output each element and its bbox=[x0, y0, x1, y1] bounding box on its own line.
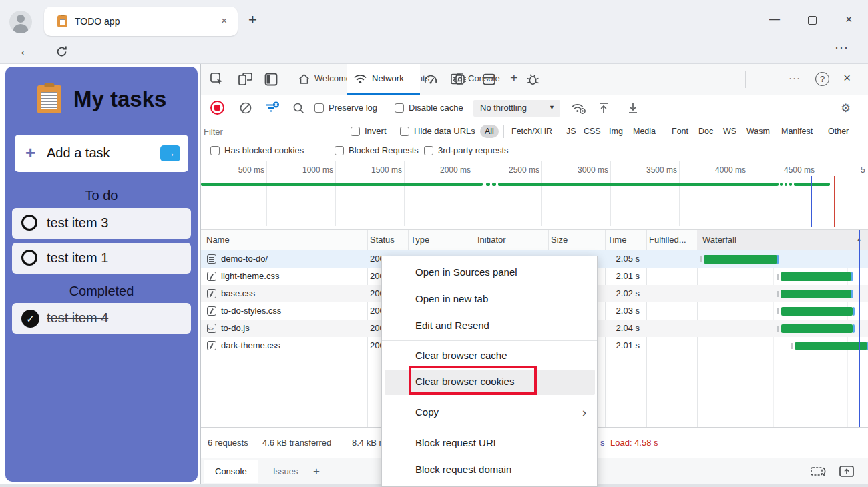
task-checkbox[interactable] bbox=[21, 250, 37, 266]
filter-button[interactable] bbox=[264, 101, 280, 115]
column-header-status[interactable]: Status bbox=[370, 235, 395, 245]
transferred-size: 4.6 kB transferred bbox=[262, 438, 331, 448]
record-network-log-button[interactable] bbox=[210, 101, 224, 115]
add-task-input[interactable]: + Add a task → bbox=[15, 135, 188, 172]
invert-checkbox[interactable] bbox=[351, 127, 360, 136]
screencast-icon[interactable] bbox=[810, 465, 827, 478]
window-minimize-button[interactable]: — bbox=[769, 13, 780, 25]
menu-item-edit-and-resend[interactable]: Edit and Resend bbox=[382, 312, 597, 339]
task-checkbox[interactable] bbox=[21, 215, 37, 231]
application-panel-icon[interactable] bbox=[482, 73, 496, 86]
devtools-close-button[interactable]: × bbox=[843, 71, 851, 85]
disable-cache-checkbox[interactable] bbox=[395, 103, 404, 113]
memory-chip-icon[interactable] bbox=[453, 72, 467, 87]
network-conditions-icon[interactable] bbox=[571, 101, 587, 115]
performance-gauge-icon[interactable] bbox=[423, 73, 438, 86]
dock-side-button[interactable] bbox=[264, 72, 278, 87]
drawer-add-tab-button[interactable]: + bbox=[302, 460, 331, 483]
inspect-element-button[interactable] bbox=[210, 72, 224, 87]
filter-pill[interactable]: Doc bbox=[694, 125, 718, 138]
menu-item-clear-browser-cache[interactable]: Clear browser cache bbox=[382, 342, 597, 369]
menu-item-copy[interactable]: Copy › bbox=[382, 399, 597, 426]
has-blocked-cookies-checkbox[interactable] bbox=[210, 146, 220, 155]
tab-network[interactable]: Network bbox=[347, 64, 420, 95]
preserve-log-checkbox[interactable] bbox=[314, 103, 324, 113]
window-close-button[interactable]: × bbox=[845, 13, 853, 27]
hide-data-urls-checkbox[interactable] bbox=[400, 127, 409, 136]
annotation-red-box bbox=[409, 366, 537, 395]
clear-network-log-button[interactable] bbox=[239, 101, 252, 115]
network-settings-gear-icon[interactable]: ⚙ bbox=[841, 101, 851, 115]
column-header-type[interactable]: Type bbox=[411, 235, 429, 245]
task-checked-icon[interactable]: ✓ bbox=[21, 310, 39, 328]
device-emulation-button[interactable] bbox=[238, 72, 253, 87]
window-maximize-button[interactable] bbox=[808, 16, 817, 25]
add-devtools-tab-button[interactable]: + bbox=[510, 71, 518, 86]
network-toolbar: Preserve log Disable cache No throttling… bbox=[201, 95, 868, 121]
expand-drawer-icon[interactable] bbox=[839, 464, 855, 478]
context-menu: Open in Sources panel Open in new tab Ed… bbox=[381, 256, 598, 487]
network-overview-timeline[interactable]: 500 ms 1000 ms 1500 ms 2000 ms 2500 ms 3… bbox=[201, 161, 868, 230]
bug-icon[interactable] bbox=[525, 72, 540, 87]
plus-icon: + bbox=[25, 143, 35, 163]
third-party-requests-checkbox[interactable] bbox=[424, 146, 433, 155]
column-header-waterfall[interactable]: Waterfall ▲ bbox=[697, 230, 868, 250]
devtools-more-menu-button[interactable]: ··· bbox=[789, 72, 801, 83]
browser-tab[interactable]: TODO app × bbox=[44, 7, 238, 36]
menu-item-block-request-domain[interactable]: Block request domain bbox=[382, 456, 597, 483]
back-button[interactable]: ← bbox=[19, 43, 33, 59]
waterfall-bar bbox=[704, 255, 777, 264]
network-filter-row: Invert Hide data URLs All Fetch/XHR JS C… bbox=[201, 121, 868, 141]
tab-close-icon[interactable]: × bbox=[221, 15, 227, 26]
drawer-tab-console[interactable]: Console bbox=[204, 460, 258, 483]
filter-pill[interactable]: WS bbox=[718, 125, 741, 138]
completed-section-heading: Completed bbox=[5, 284, 198, 299]
help-button[interactable]: ? bbox=[815, 72, 829, 86]
search-icon[interactable] bbox=[292, 102, 305, 115]
column-header-name[interactable]: Name bbox=[206, 235, 230, 245]
new-tab-button[interactable]: + bbox=[248, 11, 257, 29]
timeline-tick: 3000 ms bbox=[568, 165, 608, 175]
stylesheet-file-icon bbox=[207, 341, 216, 350]
menu-item-open-in-new-tab[interactable]: Open in new tab bbox=[382, 286, 597, 312]
filter-pill-all[interactable]: All bbox=[480, 125, 499, 138]
filter-pill[interactable]: Wasm bbox=[742, 125, 775, 138]
invert-label: Invert bbox=[365, 126, 387, 136]
requests-table-header: Name Status Type Initiator Size Time Ful… bbox=[201, 230, 868, 250]
filter-input[interactable] bbox=[204, 124, 345, 139]
column-header-fulfilled[interactable]: Fulfilled... bbox=[649, 235, 686, 245]
filter-pill[interactable]: Font bbox=[667, 125, 693, 138]
browser-more-menu-button[interactable]: ··· bbox=[835, 41, 849, 55]
timeline-tick: 2000 ms bbox=[431, 165, 471, 175]
refresh-button[interactable] bbox=[55, 45, 69, 59]
task-item[interactable]: test item 1 bbox=[12, 243, 191, 274]
filter-pill[interactable]: Media bbox=[628, 125, 660, 138]
home-icon bbox=[298, 73, 310, 85]
overview-activity-bar bbox=[201, 183, 483, 186]
column-header-time[interactable]: Time bbox=[608, 235, 626, 245]
column-header-size[interactable]: Size bbox=[551, 235, 568, 245]
todo-section-heading: To do bbox=[5, 188, 198, 203]
network-checkbox-row: Has blocked cookies Blocked Requests 3rd… bbox=[201, 141, 868, 161]
export-har-icon[interactable] bbox=[627, 101, 639, 115]
completed-task-item[interactable]: ✓ test item 4 bbox=[12, 303, 191, 334]
menu-item-block-request-url[interactable]: Block request URL bbox=[382, 430, 597, 456]
timeline-tick: 4500 ms bbox=[775, 165, 815, 175]
profile-avatar[interactable] bbox=[9, 11, 32, 33]
filter-pill[interactable]: Fetch/XHR bbox=[507, 125, 557, 138]
filter-pill[interactable]: Other bbox=[823, 125, 853, 138]
filter-pill[interactable]: Manifest bbox=[777, 125, 817, 138]
filter-pill[interactable]: CSS bbox=[579, 125, 606, 138]
add-task-submit-button[interactable]: → bbox=[160, 145, 180, 161]
filter-pill[interactable]: Img bbox=[604, 125, 628, 138]
column-header-initiator[interactable]: Initiator bbox=[477, 235, 506, 245]
task-item[interactable]: test item 3 bbox=[12, 208, 191, 239]
timeline-tick: 4000 ms bbox=[706, 165, 746, 175]
menu-item-open-in-sources[interactable]: Open in Sources panel bbox=[382, 259, 597, 286]
throttling-dropdown[interactable]: No throttling ▼ bbox=[473, 100, 560, 117]
filter-pill[interactable]: JS bbox=[562, 125, 581, 138]
tab-welcome[interactable]: Welcome bbox=[314, 73, 351, 83]
blocked-requests-checkbox[interactable] bbox=[335, 146, 344, 155]
timeline-tick: 500 ms bbox=[224, 165, 264, 175]
import-har-icon[interactable] bbox=[598, 101, 610, 115]
